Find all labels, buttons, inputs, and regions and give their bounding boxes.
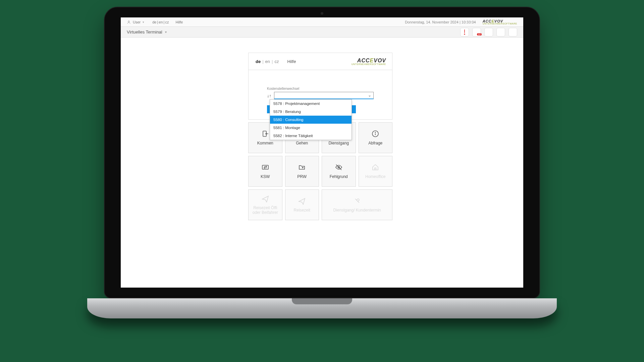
cost-center-label: Kostenstellenwechsel <box>267 87 374 90</box>
brand-logo-panel: ACCEVOV UNTERNEHMERSOFTWARE <box>352 58 386 65</box>
chevron-down-icon: ▾ <box>143 20 144 24</box>
tile-label: Abfrage <box>367 141 384 146</box>
cost-center-option[interactable]: 5582 : Interne Tätigkeit <box>270 132 352 140</box>
datetime-label: Donnerstag, 14. November 2024 | 10:33:04 <box>405 20 476 24</box>
panel-header: de|en|cz Hilfe ACCEVOV UNTERNEHMERSOFTWA… <box>248 53 392 70</box>
svg-point-0 <box>128 21 129 22</box>
help-link[interactable]: Hilfe <box>287 59 296 64</box>
svg-point-3 <box>486 29 491 35</box>
home-icon <box>371 163 379 171</box>
login-icon <box>261 130 269 138</box>
plane-icon <box>261 194 269 202</box>
brand-logo-top: ACCEVOV UNTERNEHMERSOFTWARE <box>483 19 517 25</box>
globe-icon-button[interactable] <box>484 28 493 37</box>
tile-homeoffice: Homeoffice <box>359 156 393 187</box>
page-title-dropdown[interactable]: Virtuelles Terminal ▾ <box>127 29 167 35</box>
virtual-terminal-panel: de|en|cz Hilfe ACCEVOV UNTERNEHMERSOFTWA… <box>248 53 392 220</box>
folder-icon <box>298 163 306 171</box>
tile-label: Kommen <box>256 141 275 146</box>
tile-label: Dienstgang <box>327 141 350 146</box>
plane-icon <box>298 197 306 205</box>
app-secondbar: Virtuelles Terminal ▾ 22 <box>121 27 523 38</box>
page-title: Virtuelles Terminal <box>127 29 162 35</box>
tile-ksw[interactable]: KSW <box>248 156 282 187</box>
chevron-down-icon: ▾ <box>165 30 167 34</box>
tile-label: Fehlgrund <box>328 175 349 179</box>
tile-label: Dienstgang/ Kundentermin <box>332 208 382 213</box>
tile-reisezeit: Reisezeit <box>285 189 319 220</box>
webcam-dot <box>321 12 323 15</box>
tools-icon <box>353 197 361 205</box>
cost-center-dropdown: 5578 : Projektmanagement5579 : Beratung5… <box>270 99 352 140</box>
tile-abfrage[interactable]: Abfrage <box>359 122 393 153</box>
tile-label: Reisezeit Öffi oder Beifahrer <box>249 206 282 215</box>
cost-center-option[interactable]: 5578 : Projektmanagement <box>270 100 352 108</box>
cost-center-option[interactable]: 5580 : Consulting <box>270 116 352 124</box>
user-label: User <box>133 20 141 24</box>
tile-label: KSW <box>259 175 271 179</box>
svg-point-10 <box>375 132 376 132</box>
laptop-base <box>87 298 557 318</box>
cost-center-option[interactable]: 5579 : Beratung <box>270 108 352 116</box>
timer-start-icon-button[interactable] <box>496 28 505 37</box>
noeye-icon <box>335 163 343 171</box>
tile-label: Gehen <box>294 141 309 146</box>
language-switch[interactable]: de|en|cz <box>255 59 280 64</box>
alert-icon-button[interactable] <box>460 28 469 37</box>
help-link-top[interactable]: Hilfe <box>175 20 183 24</box>
svg-rect-11 <box>262 165 268 169</box>
app-topbar: User ▾ de|en|cz Hilfe Donnerstag, 14. No… <box>121 17 523 27</box>
cost-center-combo[interactable]: ⌄ <box>274 92 374 99</box>
svg-point-5 <box>511 30 515 35</box>
tile-fehlgrund[interactable]: Fehlgrund <box>322 156 356 187</box>
mail-icon-button[interactable]: 22 <box>472 28 481 37</box>
info-icon <box>371 130 379 138</box>
user-menu[interactable]: User ▾ <box>127 20 144 24</box>
tile-label: Reisezeit <box>292 208 312 213</box>
chevron-down-icon: ⌄ <box>368 93 371 98</box>
cost-center-option[interactable]: 5581 : Montage <box>270 124 352 132</box>
tile-label: Homeoffice <box>364 175 387 179</box>
swap-icon <box>261 163 269 171</box>
mail-badge: 22 <box>477 33 482 36</box>
tile-prw[interactable]: PRW <box>285 156 319 187</box>
language-switch-mini[interactable]: de|en|cz <box>152 20 169 24</box>
svg-point-4 <box>498 30 503 35</box>
tile-label: PRW <box>296 175 308 179</box>
svg-point-1 <box>464 34 465 35</box>
sort-icon[interactable]: ↓↑ <box>267 93 271 98</box>
tile-reisezeit-ffi-oder-beifahrer: Reisezeit Öffi oder Beifahrer <box>248 189 282 220</box>
tile-dienstgang-kundentermin: Dienstgang/ Kundentermin <box>322 189 392 220</box>
timer-stop-icon-button[interactable] <box>508 28 517 37</box>
